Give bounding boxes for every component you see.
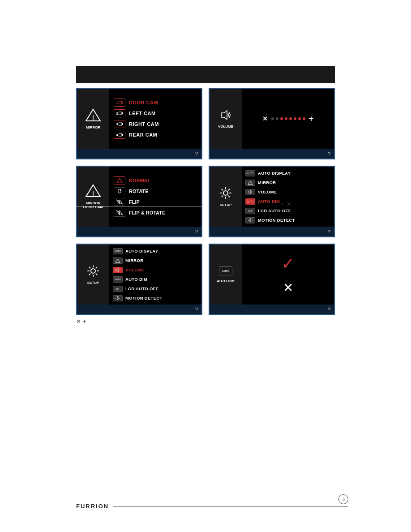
volume-text-2: VOLUME	[125, 267, 144, 272]
speaker-small-1	[248, 190, 253, 194]
svg-point-18	[223, 191, 228, 195]
flip-label: FLIP	[129, 199, 140, 205]
panel2-footer: ?	[210, 149, 334, 159]
setup-left-col-2: SETUP	[77, 245, 109, 305]
badge-mirror-1	[245, 180, 255, 186]
autodim-left-col: AUTO AUTO DIM	[210, 245, 242, 305]
cam-icon-3	[119, 122, 123, 126]
orient-flip-rotate[interactable]: FLIP & ROTATE	[114, 209, 197, 217]
lcd-off-text-1: LCD AUTO OFF	[258, 208, 291, 213]
setup-mirror-2[interactable]: MIRROR	[113, 257, 198, 265]
setup-menu-2: AUTO AUTO DISPLAY MIRROR	[109, 245, 201, 305]
svg-marker-20	[248, 190, 251, 194]
setup-left-col-1: SETUP	[210, 167, 242, 227]
cam-icon-2	[119, 112, 123, 115]
flip-icon	[116, 199, 123, 205]
flip-badge	[114, 198, 125, 206]
badge-4: 4	[114, 131, 125, 139]
badge-mirror-2	[113, 257, 123, 264]
badge-auto-display-2: AUTO	[113, 248, 123, 254]
door-cam-label: DOOR CAM	[129, 100, 158, 105]
gear-icon-1	[219, 187, 232, 199]
setup-motion-2[interactable]: MOTION DETECT	[113, 294, 198, 302]
rotate-label: ROTATE	[129, 189, 149, 194]
setup-volume-1[interactable]: VOLUME	[245, 188, 330, 196]
vol-dot-1	[271, 117, 274, 120]
flip-rotate-label: FLIP & ROTATE	[129, 210, 165, 215]
badge-lcd-off-1: OFF	[245, 208, 255, 214]
help-icon-4: ?	[328, 229, 330, 234]
gear-icon-2	[87, 265, 99, 277]
volume-text-1: VOLUME	[258, 189, 277, 194]
svg-marker-15	[116, 200, 120, 204]
mirror-small-icon-2	[115, 258, 120, 263]
mirror-door-icon	[85, 184, 101, 197]
volume-minus-btn[interactable]: ✕	[262, 115, 268, 122]
autodim-left-label: AUTO DIM	[217, 279, 234, 283]
vol-dot-8	[303, 117, 305, 120]
badge-auto-dim-2: AUTO	[113, 276, 123, 283]
menu-item-left-cam[interactable]: 2 LEFT CAM	[114, 109, 197, 117]
badge-volume-1	[245, 189, 255, 195]
motion-text-2: MOTION DETECT	[125, 296, 163, 300]
confirm-cross-btn[interactable]: ✕	[283, 280, 293, 295]
menu-item-door-cam[interactable]: 1 DOOR CAM	[114, 99, 197, 107]
mirror-small-icon-1	[248, 180, 253, 185]
badge-volume-2	[113, 267, 123, 273]
brand-name: FURRION	[76, 503, 109, 510]
speaker-small-2	[115, 268, 120, 272]
brand-line	[113, 506, 348, 506]
svg-marker-16	[120, 210, 123, 215]
panel-orientation: MIRROR DOOR CAM NORMAL	[76, 166, 202, 237]
setup-auto-display-1[interactable]: AUTO AUTO DISPLAY	[245, 169, 330, 177]
confirm-check-btn[interactable]: ✓	[281, 254, 295, 273]
header-bar	[76, 66, 335, 83]
motion-icon-1	[248, 218, 253, 223]
setup-auto-display-2[interactable]: AUTO AUTO DISPLAY	[113, 247, 198, 255]
volume-controls: ✕ +	[242, 89, 334, 149]
vol-dot-4	[285, 117, 287, 120]
orient-rotate[interactable]: ROTATE	[114, 187, 197, 195]
setup-motion-1[interactable]: MOTION DETECT	[245, 216, 330, 224]
auto-dim-badge: AUTO	[219, 266, 232, 275]
page-number: ○	[342, 497, 345, 502]
svg-marker-19	[248, 181, 253, 184]
setup-mirror-1[interactable]: MIRROR	[245, 179, 330, 187]
auto-display-text-1: AUTO DISPLAY	[258, 171, 291, 176]
badge-motion-2	[113, 295, 123, 301]
panel-camera-select: MIRROR 1 DOOR CAM	[76, 88, 202, 159]
orient-flip[interactable]: FLIP	[114, 198, 197, 206]
svg-rect-6	[119, 123, 122, 125]
vol-dot-6	[294, 117, 296, 120]
vol-dot-2	[276, 117, 278, 120]
checkmark-symbol: ✓	[281, 254, 295, 273]
svg-rect-4	[119, 112, 122, 115]
right-cam-label: RIGHT CAM	[129, 121, 159, 127]
mirror-text-1: MIRROR	[258, 180, 276, 185]
svg-marker-17	[116, 210, 120, 215]
setup-lcd-off-2[interactable]: OFF LCD AUTO OFF	[113, 285, 198, 293]
brand-footer: FURRION	[76, 503, 348, 510]
svg-rect-2	[119, 101, 122, 104]
normal-icon	[116, 178, 123, 183]
svg-point-25	[117, 296, 119, 297]
speaker-icon	[219, 109, 232, 121]
auto-dim-text-2: AUTO DIM	[125, 277, 147, 282]
cam-icon-1	[119, 101, 123, 104]
panel4-footer: ?	[210, 227, 334, 236]
page-circle: ○	[338, 494, 348, 504]
orient-normal[interactable]: NORMAL	[114, 176, 197, 184]
setup-auto-dim-2[interactable]: AUTO AUTO DIM	[113, 275, 198, 283]
setup-volume-2[interactable]: VOLUME	[113, 266, 198, 274]
setup-lcd-off-1[interactable]: OFF LCD AUTO OFF	[245, 207, 330, 215]
volume-plus-btn[interactable]: +	[309, 114, 314, 124]
help-icon-1: ?	[195, 151, 198, 156]
rotate-icon	[116, 189, 123, 194]
menu-item-right-cam[interactable]: 3 RIGHT CAM	[114, 120, 197, 128]
volume-left-col: VOLUME	[210, 89, 242, 149]
rotate-badge	[114, 187, 125, 195]
help-icon-2: ?	[328, 151, 330, 156]
autodim-options: ✓ ✕	[242, 245, 334, 305]
badge-3: 3	[114, 120, 125, 128]
menu-item-rear-cam[interactable]: 4 REAR CAM	[114, 131, 197, 139]
